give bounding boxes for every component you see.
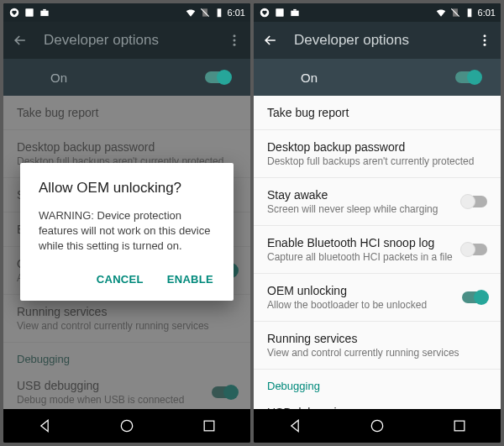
nav-back-icon[interactable] — [286, 417, 303, 434]
svg-rect-11 — [204, 421, 214, 431]
nav-bar — [254, 409, 501, 443]
heart-icon — [259, 7, 270, 18]
battery-icon — [213, 7, 225, 18]
master-switch-label: On — [301, 71, 318, 85]
svg-point-10 — [121, 420, 132, 431]
svg-rect-15 — [293, 9, 297, 11]
svg-rect-3 — [43, 9, 46, 11]
heart-icon — [8, 7, 20, 18]
svg-point-19 — [484, 34, 486, 37]
oem-switch[interactable] — [462, 291, 487, 303]
svg-rect-18 — [467, 8, 471, 17]
clock: 6:01 — [478, 8, 496, 18]
svg-rect-2 — [40, 11, 48, 16]
hci-switch[interactable] — [462, 244, 487, 255]
svg-rect-1 — [25, 8, 33, 16]
item-stay-awake[interactable]: Stay awake Screen will never sleep while… — [254, 178, 501, 226]
wifi-icon — [185, 7, 197, 18]
svg-point-8 — [234, 39, 236, 42]
more-icon[interactable] — [227, 33, 242, 48]
section-debugging: Debugging — [254, 370, 501, 396]
settings-list: Take bug report Desktop backup password … — [254, 96, 501, 409]
clock: 6:01 — [228, 8, 245, 18]
stay-awake-switch[interactable] — [462, 196, 487, 207]
more-icon[interactable] — [477, 33, 492, 48]
back-icon[interactable] — [12, 32, 29, 49]
oem-dialog: Allow OEM unlocking? WARNING: Device pro… — [20, 163, 234, 301]
image-icon — [274, 7, 286, 18]
no-sim-icon — [199, 7, 211, 18]
item-usb-debugging[interactable]: USB debugging Debug mode when USB is con… — [254, 396, 501, 409]
battery-icon — [464, 7, 475, 18]
svg-point-9 — [234, 44, 236, 46]
image-icon — [24, 7, 35, 18]
enable-button[interactable]: ENABLE — [165, 268, 215, 291]
master-switch[interactable] — [455, 71, 480, 83]
page-title: Developer options — [44, 32, 159, 49]
svg-rect-23 — [454, 421, 465, 431]
briefcase-icon — [289, 7, 301, 18]
app-bar: Developer options — [254, 22, 501, 59]
item-hci-log[interactable]: Enable Bluetooth HCI snoop log Capture a… — [254, 226, 501, 274]
app-bar: Developer options — [3, 22, 250, 59]
item-running-services[interactable]: Running services View and control curren… — [254, 322, 501, 370]
item-backup-password[interactable]: Desktop backup password Desktop full bac… — [254, 130, 501, 178]
item-oem-unlocking[interactable]: OEM unlocking Allow the bootloader to be… — [254, 274, 501, 322]
master-switch-label: On — [50, 71, 67, 85]
master-switch-row[interactable]: On — [3, 59, 250, 96]
wifi-icon — [435, 7, 447, 18]
cancel-button[interactable]: CANCEL — [95, 268, 145, 291]
nav-home-icon[interactable] — [369, 417, 386, 434]
svg-point-22 — [371, 420, 382, 431]
master-switch[interactable] — [205, 71, 230, 83]
svg-rect-13 — [276, 8, 283, 16]
svg-rect-6 — [217, 8, 221, 17]
svg-rect-14 — [291, 11, 298, 16]
svg-point-21 — [484, 44, 486, 46]
briefcase-icon — [39, 7, 50, 18]
nav-home-icon[interactable] — [118, 417, 135, 434]
dialog-body: WARNING: Device protection features will… — [39, 208, 215, 254]
nav-recent-icon[interactable] — [201, 417, 218, 434]
page-title: Developer options — [294, 32, 409, 49]
nav-bar — [3, 409, 250, 443]
nav-back-icon[interactable] — [36, 417, 53, 434]
no-sim-icon — [449, 7, 461, 18]
phone-left: 6:01 Developer options On Take bug repor… — [3, 3, 250, 443]
phone-right: 6:01 Developer options On Take bug repor… — [254, 3, 501, 443]
nav-recent-icon[interactable] — [451, 417, 468, 434]
svg-point-7 — [234, 34, 236, 37]
status-bar: 6:01 — [254, 3, 501, 22]
svg-point-20 — [484, 39, 486, 42]
status-bar: 6:01 — [3, 3, 250, 22]
item-bug-report[interactable]: Take bug report — [254, 96, 501, 130]
master-switch-row[interactable]: On — [254, 59, 501, 96]
dialog-title: Allow OEM unlocking? — [39, 180, 215, 197]
back-icon[interactable] — [262, 32, 279, 49]
